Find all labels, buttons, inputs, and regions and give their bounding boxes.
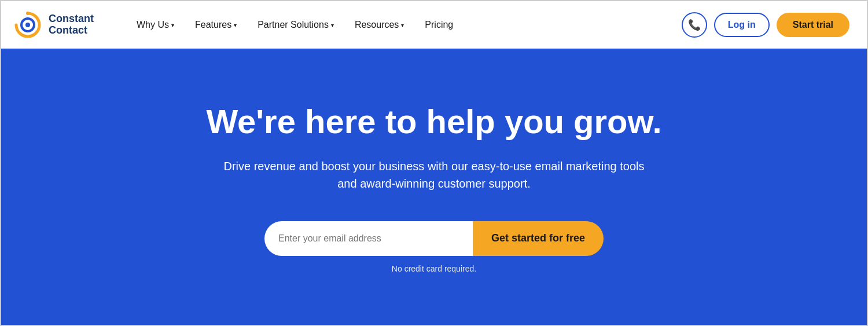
nav-label-why-us: Why Us <box>137 20 169 30</box>
email-input[interactable] <box>264 221 473 256</box>
header-actions: 📞 Log in Start trial <box>682 12 849 38</box>
hero-subtitle: Drive revenue and boost your business wi… <box>214 157 654 192</box>
logo[interactable]: Constant Contact <box>13 10 94 40</box>
logo-line2: Contact <box>49 25 94 36</box>
nav-item-resources[interactable]: Resources ▾ <box>347 14 412 36</box>
nav-item-features[interactable]: Features ▾ <box>187 14 245 36</box>
svg-point-2 <box>25 23 30 27</box>
chevron-down-icon: ▾ <box>331 22 334 28</box>
hero-title: We're here to help you grow. <box>206 102 661 141</box>
nav-label-partner-solutions: Partner Solutions <box>258 20 329 30</box>
header: Constant Contact Why Us ▾ Features ▾ Par… <box>1 1 867 49</box>
chevron-down-icon: ▾ <box>171 22 174 28</box>
nav-label-pricing: Pricing <box>425 20 453 30</box>
chevron-down-icon: ▾ <box>401 22 404 28</box>
start-trial-button[interactable]: Start trial <box>777 13 849 37</box>
phone-button[interactable]: 📞 <box>682 12 707 38</box>
logo-text: Constant Contact <box>49 13 94 36</box>
phone-icon: 📞 <box>688 19 701 31</box>
svg-point-3 <box>26 12 30 15</box>
nav-label-features: Features <box>195 20 231 30</box>
nav-item-why-us[interactable]: Why Us ▾ <box>128 14 182 36</box>
nav-item-pricing[interactable]: Pricing <box>417 14 461 36</box>
main-nav: Why Us ▾ Features ▾ Partner Solutions ▾ … <box>128 14 461 36</box>
get-started-button[interactable]: Get started for free <box>473 221 604 256</box>
nav-label-resources: Resources <box>355 20 399 30</box>
logo-line1: Constant <box>49 13 94 25</box>
logo-icon <box>13 10 43 40</box>
hero-email-form: Get started for free <box>264 221 604 256</box>
hero-section: We're here to help you grow. Drive reven… <box>1 49 867 326</box>
no-credit-label: No credit card required. <box>392 264 476 273</box>
nav-item-partner-solutions[interactable]: Partner Solutions ▾ <box>249 14 342 36</box>
chevron-down-icon: ▾ <box>234 22 237 28</box>
login-button[interactable]: Log in <box>714 13 770 37</box>
